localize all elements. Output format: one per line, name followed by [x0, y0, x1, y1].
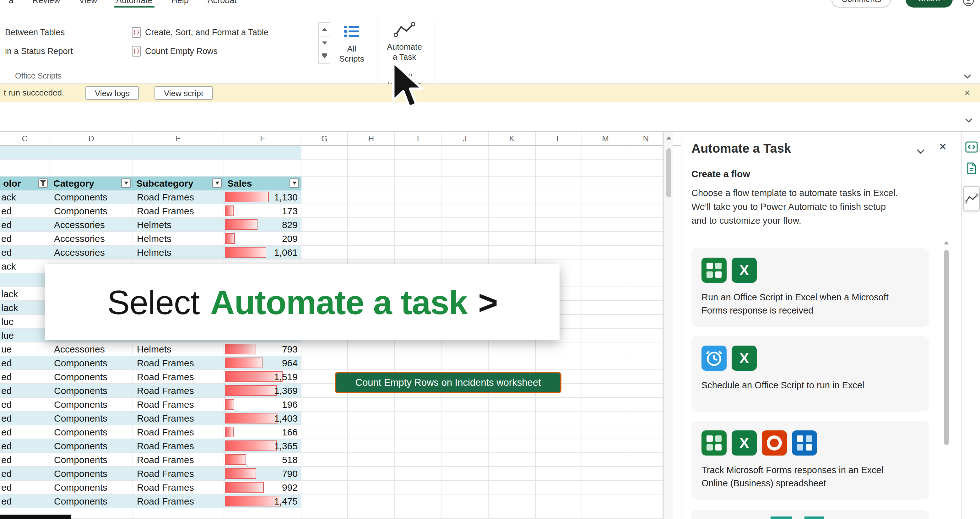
- ribbon-collapse-chevron-icon[interactable]: [963, 70, 972, 82]
- cell[interactable]: [441, 453, 488, 467]
- table-header-color[interactable]: olor: [0, 177, 50, 190]
- cell[interactable]: [629, 260, 663, 273]
- cell[interactable]: [441, 439, 488, 453]
- cell[interactable]: Road Frames: [133, 204, 224, 218]
- script-gallery-item[interactable]: in a Status Report: [5, 41, 73, 60]
- cell[interactable]: Components: [50, 412, 133, 425]
- cell[interactable]: lue: [0, 329, 50, 342]
- script-gallery-item[interactable]: Create, Sort, and Format a Table: [132, 22, 269, 41]
- cell[interactable]: [301, 495, 348, 508]
- cell[interactable]: [629, 384, 663, 398]
- cell[interactable]: [301, 159, 348, 177]
- cell[interactable]: [441, 481, 488, 495]
- column-header-K[interactable]: K: [488, 132, 536, 145]
- column-header-L[interactable]: L: [536, 132, 582, 145]
- view-logs-button[interactable]: View logs: [86, 86, 139, 100]
- column-header-I[interactable]: I: [395, 132, 441, 145]
- cell[interactable]: Components: [50, 467, 133, 481]
- cell[interactable]: [348, 495, 395, 508]
- cell[interactable]: [441, 159, 488, 177]
- cell[interactable]: [441, 204, 488, 218]
- cell[interactable]: ed: [0, 232, 50, 246]
- cell[interactable]: [582, 232, 629, 246]
- cell[interactable]: [395, 398, 441, 412]
- cell[interactable]: [301, 218, 348, 232]
- script-details-button[interactable]: [962, 162, 980, 175]
- gallery-expand-button[interactable]: [318, 49, 330, 64]
- cell[interactable]: [582, 246, 629, 260]
- cell[interactable]: [629, 146, 663, 159]
- cell[interactable]: Accessories: [50, 342, 133, 356]
- cell[interactable]: Road Frames: [133, 439, 224, 453]
- cell[interactable]: [395, 481, 441, 495]
- cell[interactable]: [488, 159, 536, 177]
- menu-tab-acrobat[interactable]: Acrobat: [208, 0, 237, 8]
- cell[interactable]: [582, 356, 629, 370]
- cell[interactable]: [301, 398, 348, 412]
- cell[interactable]: [441, 218, 488, 232]
- cell[interactable]: ed: [0, 218, 50, 232]
- cell[interactable]: ed: [0, 384, 50, 398]
- cell[interactable]: [488, 398, 536, 412]
- cell[interactable]: [348, 356, 395, 370]
- flow-template-card[interactable]: XSchedule an Office Script to run in Exc…: [691, 336, 929, 412]
- cell[interactable]: Components: [50, 481, 133, 495]
- cell[interactable]: Road Frames: [133, 412, 224, 425]
- menu-tab-automate[interactable]: Automate: [116, 0, 153, 8]
- cell[interactable]: [488, 495, 536, 508]
- cell[interactable]: [395, 495, 441, 508]
- cell[interactable]: [629, 495, 663, 508]
- cell[interactable]: Helmets: [133, 342, 224, 356]
- cell[interactable]: [582, 425, 629, 439]
- cell[interactable]: ed: [0, 370, 50, 384]
- cell[interactable]: [488, 342, 536, 356]
- cell[interactable]: ed: [0, 204, 50, 218]
- pane-close-button[interactable]: ×: [939, 140, 947, 154]
- cell[interactable]: [629, 177, 663, 190]
- cell[interactable]: 196: [224, 398, 301, 412]
- expand-chevron-icon[interactable]: [965, 115, 973, 126]
- share-button[interactable]: Share: [906, 0, 953, 8]
- pane-scrollbar[interactable]: [943, 240, 950, 519]
- cell[interactable]: [582, 159, 629, 177]
- cell[interactable]: [629, 315, 663, 329]
- cell[interactable]: [395, 159, 441, 177]
- all-scripts-button[interactable]: All Scripts: [334, 20, 369, 76]
- cell[interactable]: [348, 453, 395, 467]
- cell[interactable]: [133, 159, 224, 177]
- cell[interactable]: [629, 204, 663, 218]
- cell[interactable]: ed: [0, 495, 50, 508]
- cell[interactable]: [348, 342, 395, 356]
- cell[interactable]: [395, 453, 441, 467]
- cell[interactable]: [488, 356, 536, 370]
- cell[interactable]: [582, 204, 629, 218]
- cell[interactable]: [348, 439, 395, 453]
- office-scripts-editor-button[interactable]: [962, 141, 980, 153]
- cell[interactable]: 1,365: [224, 439, 301, 453]
- menu-tab-help[interactable]: Help: [171, 0, 189, 8]
- menu-tab-a[interactable]: a: [9, 0, 13, 8]
- cell[interactable]: ed: [0, 356, 50, 370]
- vertical-scrollbar-thumb[interactable]: [666, 148, 671, 197]
- cell[interactable]: [224, 159, 301, 177]
- cell[interactable]: [629, 159, 663, 177]
- cell[interactable]: [629, 190, 663, 204]
- cell[interactable]: [348, 425, 395, 439]
- cell[interactable]: [301, 425, 348, 439]
- cell[interactable]: 964: [224, 356, 301, 370]
- cell[interactable]: [395, 232, 441, 246]
- cell[interactable]: Helmets: [133, 218, 224, 232]
- cell[interactable]: [488, 467, 536, 481]
- cell[interactable]: 829: [224, 218, 301, 232]
- cell[interactable]: [629, 508, 663, 519]
- cell[interactable]: [301, 204, 348, 218]
- cell[interactable]: ack: [0, 260, 50, 273]
- cell[interactable]: [395, 190, 441, 204]
- cell[interactable]: 1,369: [224, 384, 301, 398]
- cell[interactable]: [395, 246, 441, 260]
- gallery-scroll-down-button[interactable]: [318, 36, 330, 50]
- cell[interactable]: [488, 177, 536, 190]
- cell[interactable]: [488, 508, 536, 519]
- cell[interactable]: [301, 508, 348, 519]
- cell[interactable]: ed: [0, 246, 50, 260]
